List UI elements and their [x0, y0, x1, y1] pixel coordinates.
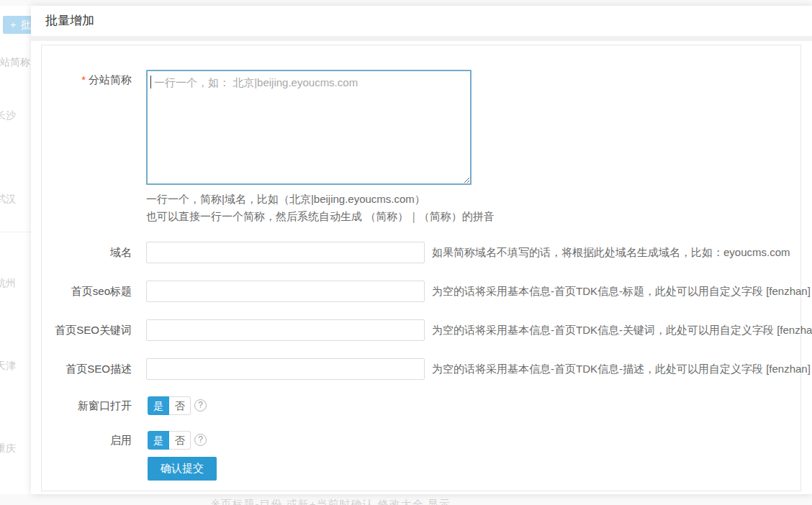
domain-input[interactable]	[146, 242, 425, 263]
seo-title-input[interactable]	[146, 281, 425, 302]
domain-hint: 如果简称域名不填写的话，将根据此处域名生成域名，比如：eyoucms.com	[432, 242, 790, 263]
enable-no-button[interactable]: 否	[169, 431, 191, 450]
new-window-label: 新窗口打开	[31, 396, 132, 415]
seo-title-hint: 为空的话将采用基本信息-首页TDK信息-标题，此处可以用自定义字段 [fenzh…	[432, 281, 811, 302]
list-column-header: 分站简称	[0, 56, 30, 69]
list-item: 重庆	[0, 442, 16, 455]
seo-keywords-hint: 为空的话将采用基本信息-首页TDK信息-关键词，此处可以用自定义字段 [fenz…	[432, 319, 812, 341]
short-name-textarea[interactable]	[146, 70, 472, 185]
new-window-toggle: 是 否	[148, 396, 191, 415]
new-window-no-button[interactable]: 否	[169, 396, 191, 415]
title-divider	[31, 36, 812, 41]
seo-description-input[interactable]	[146, 358, 425, 380]
subsite-list-left-edge: ＋ 批量增加 分站简称 长沙 武汉 杭州 天津 重庆	[0, 6, 31, 494]
short-name-help-2: 也可以直接一行一个简称，然后系统自动生成 （简称）｜（简称）的拼音	[146, 209, 495, 224]
domain-label: 域名	[31, 242, 132, 263]
seo-description-label: 首页SEO描述	[31, 358, 132, 380]
short-name-help-1: 一行一个，简称|域名，比如（北京|beijing.eyoucms.com）	[146, 191, 425, 207]
short-name-label: *分站简称	[31, 73, 132, 87]
list-item: 杭州	[0, 277, 16, 290]
question-mark-icon[interactable]: ?	[194, 399, 207, 411]
question-mark-icon[interactable]: ?	[194, 434, 207, 446]
seo-title-label: 首页seo标题	[31, 281, 132, 302]
seo-description-hint: 为空的话将采用基本信息-首页TDK信息-描述，此处可以用自定义字段 [fenzh…	[432, 358, 811, 380]
list-item: 长沙	[0, 109, 16, 122]
batch-add-button: ＋ 批量增加	[3, 16, 31, 34]
modal-title: 批量增加	[31, 6, 812, 36]
list-item: 武汉	[0, 193, 16, 206]
clipped-footer-text: ※页标题-目份 或新+当前时确认 修改大全 显示	[211, 498, 451, 505]
seo-keywords-label: 首页SEO关键词	[31, 319, 132, 341]
required-asterisk: *	[81, 73, 86, 86]
new-window-yes-button[interactable]: 是	[148, 396, 169, 415]
row-divider	[0, 232, 31, 232]
seo-keywords-input[interactable]	[146, 319, 425, 341]
submit-button[interactable]: 确认提交	[148, 457, 217, 481]
enable-yes-button[interactable]: 是	[148, 431, 169, 450]
enable-toggle: 是 否	[148, 431, 191, 450]
short-name-label-text: 分站简称	[89, 73, 132, 86]
enable-label: 启用	[31, 431, 132, 450]
batch-add-modal: 批量增加 *分站简称 一行一个，简称|域名，比如（北京|beijing.eyou…	[31, 6, 812, 494]
list-item: 天津	[0, 360, 16, 373]
